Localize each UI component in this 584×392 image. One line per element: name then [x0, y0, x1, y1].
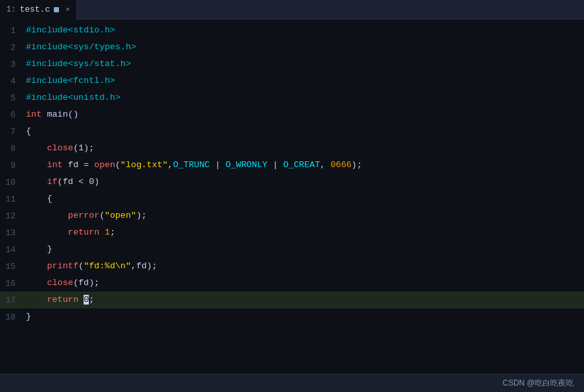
- line-number: 10: [0, 178, 23, 187]
- token: if: [47, 177, 57, 187]
- token: );: [136, 211, 146, 220]
- line-number: 11: [0, 194, 23, 204]
- token: printf: [47, 261, 78, 271]
- token: [26, 278, 47, 288]
- line-content: #include<stdio.h>: [23, 22, 584, 39]
- code-line: 12 perror("open");: [0, 207, 584, 224]
- line-number: 18: [0, 312, 23, 322]
- token: }: [26, 312, 31, 321]
- line-number: 16: [0, 279, 23, 288]
- line-number: 2: [0, 43, 23, 52]
- code-line: 10 if(fd < 0): [0, 174, 584, 190]
- token: [26, 261, 47, 271]
- token: [26, 227, 68, 237]
- token: (: [99, 211, 104, 220]
- token: (: [78, 261, 84, 271]
- token: (1);: [73, 143, 94, 153]
- line-content: int fd = open("log.txt",O_TRUNC | O_WRON…: [23, 157, 584, 174]
- token: ;: [110, 227, 115, 237]
- line-content: {: [23, 123, 584, 140]
- token: (fd);: [73, 278, 100, 288]
- token: ,: [168, 160, 173, 170]
- token: fd =: [63, 160, 95, 170]
- watermark: CSDN @吃白吃夜吃: [502, 378, 574, 389]
- tab-bar: 1: test.c ×: [0, 0, 584, 19]
- line-number: 17: [0, 295, 23, 305]
- line-number: 12: [0, 211, 23, 221]
- tab-close-icon[interactable]: ×: [65, 6, 70, 14]
- code-line: 8 close(1);: [0, 140, 584, 157]
- line-content: close(1);: [23, 140, 584, 157]
- token: "open": [105, 211, 137, 220]
- line-number: 4: [0, 76, 23, 86]
- line-content: }: [23, 308, 584, 325]
- token: [26, 177, 47, 187]
- token: {: [26, 194, 53, 203]
- line-number: 15: [0, 262, 23, 271]
- code-line: 14 }: [0, 241, 584, 258]
- token: ;: [89, 295, 94, 305]
- code-line: 9 int fd = open("log.txt",O_TRUNC | O_WR…: [0, 157, 584, 174]
- line-content: }: [23, 241, 584, 258]
- token: [26, 295, 47, 305]
- line-number: 7: [0, 127, 23, 137]
- token: ,: [320, 160, 331, 170]
- line-content: #include<sys/types.h>: [23, 39, 584, 56]
- line-number: 6: [0, 110, 23, 120]
- token: #include<sys/stat.h>: [26, 59, 131, 69]
- token: O_CREAT: [283, 160, 320, 170]
- token: int: [47, 160, 62, 170]
- token: close: [47, 143, 73, 153]
- tab-modified-dot: [54, 7, 59, 12]
- token: [99, 227, 104, 237]
- code-line: 16 close(fd);: [0, 275, 584, 292]
- token: return: [47, 295, 78, 305]
- line-number: 14: [0, 245, 23, 255]
- token: (fd < 0): [58, 177, 100, 187]
- line-content: #include<sys/stat.h>: [23, 56, 584, 73]
- token: }: [26, 244, 53, 254]
- token: #include<sys/types.h>: [26, 42, 136, 52]
- tab-item[interactable]: 1: test.c ×: [0, 0, 77, 19]
- token: [26, 143, 47, 153]
- code-line: 17 return 0;: [0, 292, 584, 308]
- token: 0666: [331, 160, 351, 170]
- token: "log.txt": [121, 160, 168, 170]
- editor-container: 1: test.c × 1#include<stdio.h>2#include<…: [0, 0, 584, 392]
- line-number: 13: [0, 228, 23, 238]
- line-number: 1: [0, 26, 23, 36]
- line-content: int main(): [23, 106, 584, 123]
- token: main(): [41, 110, 78, 119]
- code-line: 2#include<sys/types.h>: [0, 39, 584, 56]
- code-line: 15 printf("fd:%d\n",fd);: [0, 258, 584, 275]
- token: O_TRUNC: [173, 160, 210, 170]
- line-number: 9: [0, 161, 23, 170]
- token: #include<unistd.h>: [26, 93, 121, 102]
- line-content: close(fd);: [23, 275, 584, 292]
- token: "fd:%d\n": [84, 261, 131, 271]
- token: close: [47, 278, 73, 288]
- line-content: return 0;: [23, 292, 584, 308]
- code-line: 13 return 1;: [0, 224, 584, 241]
- footer: CSDN @吃白吃夜吃: [0, 374, 584, 392]
- line-number: 8: [0, 144, 23, 154]
- code-line: 4#include<fcntl.h>: [0, 73, 584, 89]
- code-line: 1#include<stdio.h>: [0, 22, 584, 39]
- line-number: 5: [0, 93, 23, 103]
- token: int: [26, 110, 41, 119]
- line-content: return 1;: [23, 224, 584, 241]
- code-line: 6int main(): [0, 106, 584, 123]
- tab-number: 1:: [6, 5, 16, 14]
- code-line: 7{: [0, 123, 584, 140]
- token: perror: [68, 211, 100, 220]
- line-content: perror("open");: [23, 207, 584, 224]
- code-line: 18}: [0, 308, 584, 325]
- token: (: [115, 160, 121, 170]
- token: return: [68, 227, 100, 237]
- token: [26, 160, 47, 170]
- token: |: [210, 160, 226, 170]
- line-number: 3: [0, 60, 23, 69]
- code-line: 3#include<sys/stat.h>: [0, 56, 584, 73]
- line-content: if(fd < 0): [23, 174, 584, 190]
- line-content: #include<unistd.h>: [23, 89, 584, 106]
